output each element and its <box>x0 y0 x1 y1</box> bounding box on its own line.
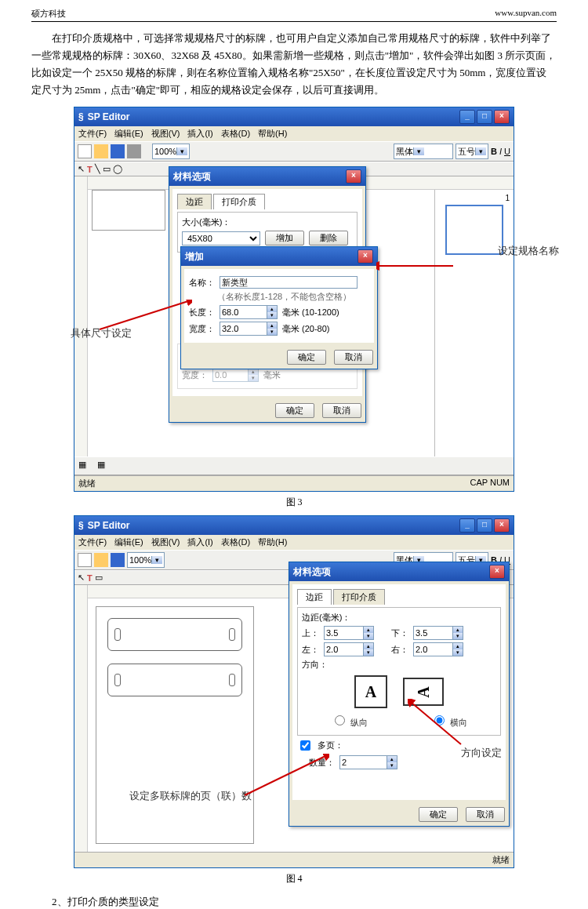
name-input[interactable] <box>220 276 358 289</box>
annotation-orientation: 方向设定 <box>461 746 502 760</box>
save-icon[interactable] <box>111 144 125 158</box>
zoom-combo[interactable]: 100%▾ <box>152 144 190 159</box>
menu-view[interactable]: 视图(V) <box>151 128 180 140</box>
menu-table[interactable]: 表格(D) <box>221 128 250 140</box>
landscape-icon[interactable]: A <box>403 678 444 706</box>
section-2-title: 2、打印介质的类型设定 <box>31 893 557 909</box>
figure3-caption: 图 3 <box>31 496 557 509</box>
spin-down-icon[interactable]: ▾ <box>267 312 277 318</box>
underline-button[interactable]: U <box>504 147 510 156</box>
width-label: 宽度： <box>182 369 208 381</box>
canvas <box>96 606 254 844</box>
thumbnails-panel: 1 <box>434 190 514 456</box>
app-icon: § <box>78 520 84 531</box>
length-input[interactable] <box>220 305 267 319</box>
delete-button[interactable]: 删除 <box>309 231 348 245</box>
tab-margin[interactable]: 边距 <box>297 589 332 605</box>
new-icon[interactable] <box>78 144 92 158</box>
qty-label: 数量： <box>309 757 335 769</box>
status-indicators: CAP NUM <box>470 478 510 489</box>
status-text: 就绪 <box>78 478 96 489</box>
ellipse-icon[interactable]: ◯ <box>113 164 122 174</box>
landscape-radio[interactable] <box>434 715 445 725</box>
italic-button[interactable]: I <box>499 147 502 156</box>
figure4-caption: 图 4 <box>31 872 557 885</box>
menu-table[interactable]: 表格(D) <box>221 536 250 548</box>
spin-down-icon[interactable]: ▾ <box>267 329 277 335</box>
window-title: SP Editor <box>88 520 130 531</box>
portrait-radio[interactable] <box>335 715 345 725</box>
size-select[interactable]: 45X80 <box>182 231 260 245</box>
bottom-input[interactable] <box>413 626 453 640</box>
maximize-button[interactable]: □ <box>477 518 492 533</box>
material-dialog-2: 材料选项 × 边距 打印介质 边距(毫米)： 上： ▴▾ <box>289 562 510 827</box>
add-dialog: 增加 × 名称： （名称长度1-128，不能包含空格） 长度： ▴▾ 毫米 (1… <box>180 246 378 369</box>
qty-input[interactable] <box>339 755 387 769</box>
add-cancel-button[interactable]: 取消 <box>334 350 373 365</box>
cancel-button[interactable]: 取消 <box>466 807 505 822</box>
annotation-dimensions: 具体尺寸设定 <box>71 326 132 340</box>
close-button[interactable]: × <box>494 110 510 124</box>
portrait-icon[interactable]: A <box>354 675 387 708</box>
rect-icon[interactable]: ▭ <box>103 164 111 174</box>
ok-button[interactable]: 确定 <box>419 807 458 822</box>
page-thumbnail[interactable] <box>445 205 503 255</box>
add-button[interactable]: 增加 <box>265 231 304 245</box>
align-icon[interactable]: ▦ <box>96 459 111 473</box>
menu-file[interactable]: 文件(F) <box>78 128 107 140</box>
line-icon[interactable]: ╲ <box>95 164 100 174</box>
spin-up-icon[interactable]: ▴ <box>267 306 277 312</box>
menu-insert[interactable]: 插入(I) <box>187 128 212 140</box>
width-input[interactable] <box>220 322 267 336</box>
annotation-multipage: 设定多联标牌的页（联）数 <box>129 789 252 803</box>
pointer-icon[interactable]: ↖ <box>78 573 85 583</box>
multipage-checkbox[interactable] <box>300 740 310 751</box>
open-icon[interactable] <box>94 553 108 567</box>
spin-up-icon[interactable]: ▴ <box>267 322 277 329</box>
menu-help[interactable]: 帮助(H) <box>258 536 287 548</box>
menu-edit[interactable]: 编辑(E) <box>114 536 143 548</box>
top-input[interactable] <box>324 626 364 640</box>
dialog-close-button[interactable]: × <box>489 565 505 579</box>
tab-media[interactable]: 打印介质 <box>333 589 385 605</box>
menu-help[interactable]: 帮助(H) <box>258 128 287 140</box>
text-icon[interactable]: T <box>87 573 93 583</box>
new-icon[interactable] <box>78 553 92 567</box>
menu-view[interactable]: 视图(V) <box>151 536 180 548</box>
tab-media[interactable]: 打印介质 <box>213 194 265 209</box>
menubar: 文件(F) 编辑(E) 视图(V) 插入(I) 表格(D) 帮助(H) <box>74 535 514 550</box>
cancel-button[interactable]: 取消 <box>322 403 361 418</box>
font-combo[interactable]: 黑体▾ <box>394 144 453 159</box>
fontsize-combo[interactable]: 五号▾ <box>456 144 488 159</box>
minimize-button[interactable]: _ <box>459 110 475 124</box>
ruler-v <box>74 176 88 190</box>
app-window-2: § SP Editor _ □ × 文件(F) 编辑(E) 视图(V) 插入(I… <box>74 515 514 868</box>
print-icon[interactable] <box>127 144 141 158</box>
maximize-button[interactable]: □ <box>477 110 492 124</box>
canvas <box>92 190 165 231</box>
ok-button[interactable]: 确定 <box>275 403 314 418</box>
annotation-spec-name: 设定规格名称 <box>498 244 559 258</box>
app-window: § SP Editor _ □ × 文件(F) 编辑(E) 视图(V) 插入(I… <box>74 107 514 492</box>
bold-button[interactable]: B <box>491 147 497 156</box>
close-button[interactable]: × <box>494 518 510 533</box>
open-icon[interactable] <box>94 144 108 158</box>
add-ok-button[interactable]: 确定 <box>287 350 326 365</box>
left-input[interactable] <box>324 642 364 656</box>
minimize-button[interactable]: _ <box>459 518 475 533</box>
menu-edit[interactable]: 编辑(E) <box>114 128 143 140</box>
name-label: 名称： <box>189 277 215 289</box>
align-icon[interactable]: ▦ <box>78 459 92 473</box>
menu-file[interactable]: 文件(F) <box>78 536 107 548</box>
rect-icon[interactable]: ▭ <box>95 573 103 583</box>
toolbar-main: 100%▾ 黑体▾ 五号▾ B I U <box>74 141 514 162</box>
add-close-button[interactable]: × <box>358 249 373 264</box>
pointer-icon[interactable]: ↖ <box>78 164 85 174</box>
zoom-combo[interactable]: 100%▾ <box>127 552 165 568</box>
tab-margin[interactable]: 边距 <box>177 194 212 209</box>
text-icon[interactable]: T <box>87 165 93 174</box>
menu-insert[interactable]: 插入(I) <box>187 536 212 548</box>
right-input[interactable] <box>413 642 453 656</box>
dialog-close-button[interactable]: × <box>346 169 361 184</box>
save-icon[interactable] <box>111 553 125 567</box>
